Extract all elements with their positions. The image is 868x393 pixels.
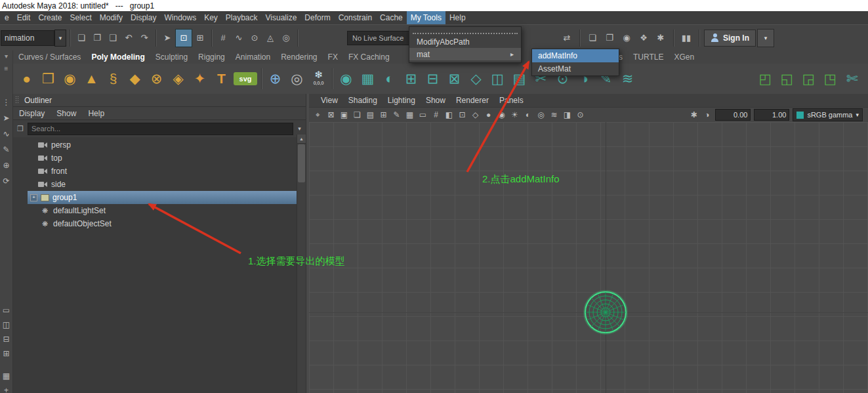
resolution-gate-icon[interactable]: # [430,109,442,121]
shelf-tab-sculpting[interactable]: Sculpting [150,51,193,64]
sculpt-tool-icon[interactable]: ≋ [617,66,638,92]
expand-toggle[interactable]: + [30,194,37,201]
light-editor-icon[interactable]: ✱ [653,30,669,47]
outliner-toggle-icon[interactable]: ▦ [0,369,12,383]
add-layout-icon[interactable]: + [0,384,12,393]
new-scene-icon[interactable]: ❏ [73,30,89,47]
grid-toggle-icon[interactable]: ▦ [403,109,416,121]
move-tool-icon[interactable]: ⊕ [0,159,12,172]
gamma-field[interactable]: 1.00 [754,109,789,121]
sign-in-caret[interactable]: ▾ [757,29,774,47]
menu-help[interactable]: Help [445,11,470,24]
vp-menu-panels[interactable]: Panels [494,96,529,105]
outliner-menu-display[interactable]: Display [13,109,51,118]
xray-mode-icon[interactable]: ◨ [561,109,573,121]
four-pane-layout-icon[interactable]: ⊞ [0,347,12,360]
view-transform-dropdown[interactable]: sRGB gamma ▾ [793,108,863,121]
motion-blur-icon[interactable]: ≋ [548,109,560,121]
bridge-icon[interactable]: ◫ [487,66,508,92]
make-live-icon[interactable]: ◎ [278,30,294,47]
shelf-tab-animation[interactable]: Animation [230,51,276,64]
outliner-row-persp[interactable]: persp [13,138,297,152]
three-pane-layout-icon[interactable]: ⊟ [0,333,12,346]
menu-deform[interactable]: Deform [300,11,334,24]
extrude-icon[interactable]: ▤ [508,66,530,92]
exposure-field[interactable]: 0.00 [715,109,751,121]
grease-pencil-icon[interactable]: ✎ [390,109,403,121]
gate-mask-icon[interactable]: ◧ [443,109,455,121]
menu-set-selector[interactable]: nimation [1,30,54,46]
vp-menu-show[interactable]: Show [421,96,451,105]
menu-set-caret[interactable]: ▾ [54,30,66,47]
outliner-row-side[interactable]: side [13,178,297,191]
two-pane-layout-icon[interactable]: ◫ [0,318,12,331]
outliner-row-defaultobjectset[interactable]: ❋ defaultObjectSet [13,217,297,230]
menu-edit[interactable]: Edit [13,11,35,24]
paint-select-tool-icon[interactable]: ✎ [0,143,12,156]
subdivide-icon[interactable]: ▦ [357,66,379,92]
image-plane-icon[interactable]: ▤ [364,109,377,121]
select-object-mode-icon[interactable]: ⊡ [175,29,192,47]
snap-origin-icon[interactable]: ❄0,0,0 [308,70,329,87]
ipr-render-icon[interactable]: ❐ [602,30,617,47]
menu-cache[interactable]: Cache [376,11,407,24]
scrollbar-thumb[interactable] [298,144,305,182]
outliner-menu-show[interactable]: Show [51,109,82,118]
outliner-row-defaultlightset[interactable]: ❋ defaultLightSet [13,204,297,217]
use-all-lights-icon[interactable]: ☀ [508,109,521,121]
undo-icon[interactable]: ↶ [121,30,136,47]
no-live-surface-field[interactable]: No Live Surface [347,31,413,45]
shelf-tab-xgen[interactable]: XGen [669,51,699,64]
shadows-toggle-icon[interactable]: ◐ [522,109,534,121]
menu-item-modifyabcpath[interactable]: ModifyAbcPath [409,35,521,48]
viewport-canvas[interactable] [309,122,868,393]
vp-menu-shading[interactable]: Shading [343,96,382,105]
custom-tool-2-icon[interactable]: ◱ [776,66,798,92]
smooth-mesh-icon[interactable]: ◉ [335,66,357,92]
panel-grip[interactable] [16,96,19,104]
pause-viewport-icon[interactable]: ▮▮ [678,30,694,47]
save-scene-icon[interactable]: ❑ [105,30,121,47]
single-pane-layout-icon[interactable]: ▭ [0,304,12,317]
outliner-scrollbar[interactable]: ▲ [297,134,306,393]
shelf-scissors-icon[interactable]: ✄ [841,66,863,92]
snap-to-plane-icon[interactable]: ◬ [262,30,278,47]
shelf-tab-caret-icon[interactable]: ▾ [5,52,8,60]
bookmarks-icon[interactable]: ❏ [351,109,363,121]
outliner-menu-help[interactable]: Help [82,109,110,118]
pan-zoom-2d-icon[interactable]: ⊞ [377,109,390,121]
shelf-tab-rendering[interactable]: Rendering [276,51,322,64]
lock-camera-icon[interactable]: ⊠ [325,109,337,121]
menu-playback[interactable]: Playback [222,11,262,24]
vp-menu-renderer[interactable]: Renderer [451,96,494,105]
hypershade-icon[interactable]: ❖ [636,30,651,47]
snap-to-curve-icon[interactable]: ∿ [231,30,247,47]
shelf-tab-curves-surfaces[interactable]: Curves / Surfaces [13,51,86,64]
sign-in-button[interactable]: Sign In [704,30,756,47]
poly-cone-icon[interactable]: ▲ [81,66,102,92]
poly-sphere-icon[interactable]: ● [16,66,37,92]
custom-tool-3-icon[interactable]: ◲ [798,66,819,92]
menu-constrain[interactable]: Constrain [335,11,376,24]
shelf-tab-fx[interactable]: FX [323,51,343,64]
type-tool-icon[interactable]: T [211,66,232,92]
snap-to-grid-icon[interactable]: # [215,30,231,47]
shelf-tab-turtle[interactable]: TURTLE [628,51,669,64]
construction-plane-icon[interactable]: ⊕ [264,66,286,92]
history-toggle-icon[interactable]: ⇄ [559,30,575,47]
render-settings-icon[interactable]: ◉ [619,30,634,47]
boolean-icon[interactable]: ◐ [379,66,400,92]
custom-tool-1-icon[interactable]: ◰ [754,66,776,92]
poly-helix-icon[interactable]: § [102,66,124,92]
separate-icon[interactable]: ⊟ [422,66,444,92]
shelf-tab-rigging[interactable]: Rigging [193,51,230,64]
shelf-tab-fx-caching[interactable]: FX Caching [343,51,395,64]
ambient-occlusion-icon[interactable]: ◎ [535,109,547,121]
vp-menu-view[interactable]: View [316,96,343,105]
menu-file-partial[interactable]: e [1,11,13,24]
menu-visualize[interactable]: Visualize [262,11,301,24]
extract-icon[interactable]: ⊠ [444,66,465,92]
select-component-mode-icon[interactable]: ⊞ [192,30,208,47]
rotate-tool-icon[interactable]: ⟳ [0,175,12,188]
menu-select[interactable]: Select [66,11,95,24]
